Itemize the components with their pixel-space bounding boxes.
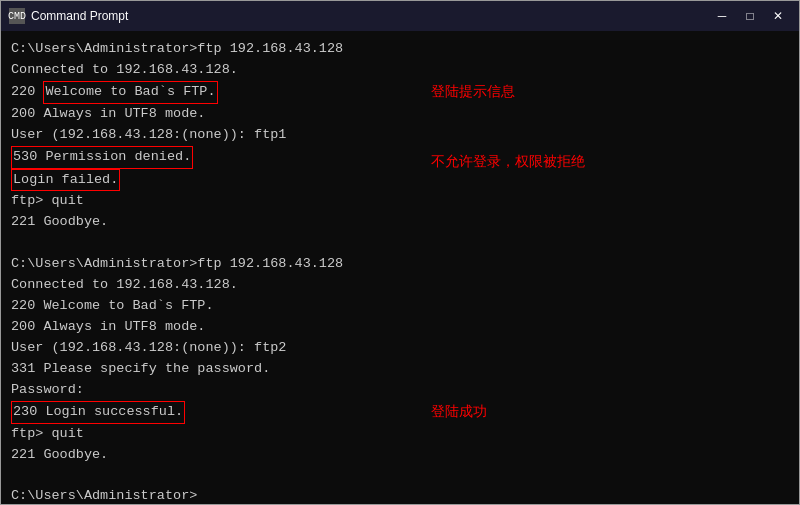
line-14: User (192.168.43.128:(none)): ftp2	[11, 338, 789, 359]
cmd-icon: CMD	[9, 8, 25, 24]
line-15: 331 Please specify the password.	[11, 359, 789, 380]
line-16: Password:	[11, 380, 789, 401]
line-12: 220 Welcome to Bad`s FTP.	[11, 296, 789, 317]
title-bar-left: CMD Command Prompt	[9, 8, 128, 24]
line-7: Login failed.	[11, 169, 789, 192]
annotation-permission-denied: 不允许登录，权限被拒绝	[431, 151, 585, 173]
title-controls: ─ □ ✕	[709, 6, 791, 26]
maximize-button[interactable]: □	[737, 6, 763, 26]
minimize-button[interactable]: ─	[709, 6, 735, 26]
line-10: C:\Users\Administrator>ftp 192.168.43.12…	[11, 254, 789, 275]
permission-denied-box: 530 Permission denied.	[11, 146, 193, 169]
empty-line-2	[11, 465, 789, 486]
window-title: Command Prompt	[31, 9, 128, 23]
line-8: ftp> quit	[11, 191, 789, 212]
line-20: C:\Users\Administrator>	[11, 486, 789, 504]
empty-line-1	[11, 233, 789, 254]
line-11: Connected to 192.168.43.128.	[11, 275, 789, 296]
line-19: 221 Goodbye.	[11, 445, 789, 466]
title-bar: CMD Command Prompt ─ □ ✕	[1, 1, 799, 31]
line-9: 221 Goodbye.	[11, 212, 789, 233]
line-17: 230 Login successful.	[11, 401, 789, 424]
line-6: 530 Permission denied.	[11, 146, 789, 169]
line-4: 200 Always in UTF8 mode.	[11, 104, 789, 125]
line-5: User (192.168.43.128:(none)): ftp1	[11, 125, 789, 146]
login-failed-box: Login failed.	[11, 169, 120, 192]
cmd-window: CMD Command Prompt ─ □ ✕ C:\Users\Admini…	[0, 0, 800, 505]
console-content: C:\Users\Administrator>ftp 192.168.43.12…	[11, 39, 789, 504]
close-button[interactable]: ✕	[765, 6, 791, 26]
line-3: 220 Welcome to Bad`s FTP.	[11, 81, 218, 104]
welcome-box: Welcome to Bad`s FTP.	[43, 81, 217, 104]
annotation-login-success: 登陆成功	[431, 401, 487, 423]
line-18: ftp> quit	[11, 424, 789, 445]
line-2: Connected to 192.168.43.128.	[11, 60, 789, 81]
console-area[interactable]: C:\Users\Administrator>ftp 192.168.43.12…	[1, 31, 799, 504]
line-13: 200 Always in UTF8 mode.	[11, 317, 789, 338]
login-success-box: 230 Login successful.	[11, 401, 185, 424]
annotation-login-prompt: 登陆提示信息	[431, 81, 515, 103]
line-1: C:\Users\Administrator>ftp 192.168.43.12…	[11, 39, 789, 60]
